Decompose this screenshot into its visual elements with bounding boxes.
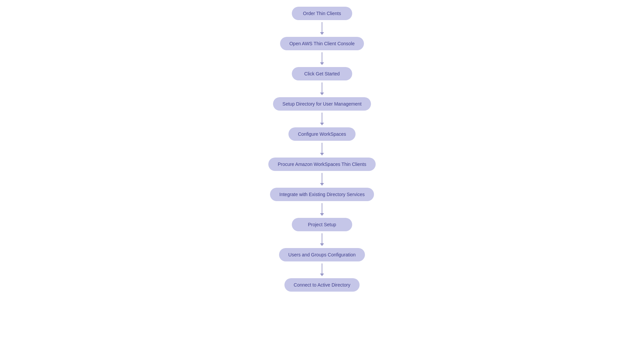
- arrow-line: [322, 82, 322, 93]
- arrow-head: [320, 243, 324, 246]
- arrow-head: [320, 183, 324, 186]
- arrow-0: [320, 20, 324, 37]
- arrow-6: [320, 201, 324, 218]
- arrow-head: [320, 32, 324, 35]
- arrow-8: [320, 261, 324, 278]
- arrow-line: [322, 173, 322, 183]
- arrow-1: [320, 50, 324, 67]
- arrow-3: [320, 111, 324, 127]
- flow-node-order-thin-clients[interactable]: Order Thin Clients: [292, 7, 352, 20]
- arrow-4: [320, 141, 324, 158]
- flow-node-configure-workspaces[interactable]: Configure WorkSpaces: [288, 127, 356, 141]
- arrow-line: [322, 233, 322, 243]
- arrow-7: [320, 231, 324, 248]
- arrow-head: [320, 93, 324, 95]
- flow-node-project-setup[interactable]: Project Setup: [292, 218, 352, 231]
- flowchart: Order Thin ClientsOpen AWS Thin Client C…: [0, 0, 644, 292]
- arrow-line: [322, 113, 322, 123]
- arrow-2: [320, 80, 324, 97]
- flow-node-open-aws-console[interactable]: Open AWS Thin Client Console: [280, 37, 364, 50]
- arrow-line: [322, 143, 322, 153]
- arrow-head: [320, 213, 324, 216]
- flow-node-procure-thin-clients[interactable]: Procure Amazon WorkSpaces Thin Clients: [268, 158, 376, 171]
- arrow-5: [320, 171, 324, 188]
- arrow-line: [322, 22, 322, 32]
- flow-node-connect-active-directory[interactable]: Connect to Active Directory: [284, 278, 360, 292]
- flow-node-setup-directory[interactable]: Setup Directory for User Management: [273, 97, 371, 111]
- flow-node-click-get-started[interactable]: Click Get Started: [292, 67, 352, 80]
- flow-node-users-groups-config[interactable]: Users and Groups Configuration: [279, 248, 365, 261]
- flow-node-integrate-directory[interactable]: Integrate with Existing Directory Servic…: [270, 188, 374, 201]
- arrow-line: [322, 263, 322, 274]
- arrow-head: [320, 274, 324, 276]
- arrow-head: [320, 62, 324, 65]
- arrow-head: [320, 123, 324, 125]
- arrow-line: [322, 203, 322, 213]
- arrow-head: [320, 153, 324, 156]
- arrow-line: [322, 52, 322, 62]
